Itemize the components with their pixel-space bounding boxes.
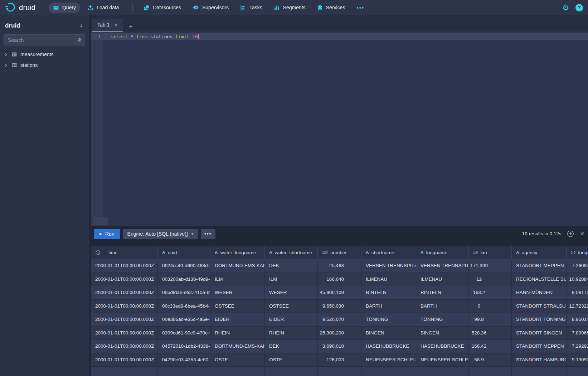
nav-item-segments[interactable]: Segments <box>269 3 310 13</box>
nav-item-[interactable]: ••• <box>352 3 369 13</box>
table-cell-longitude[interactable] <box>567 367 588 376</box>
close-results-icon[interactable]: ✕ <box>580 231 584 237</box>
table-cell-shortname[interactable]: VERSEN TRENNSPITZE <box>361 259 416 273</box>
close-icon[interactable]: ✕ <box>114 22 118 28</box>
table-cell-longitude[interactable]: 12.723226 <box>567 300 588 313</box>
table-cell-shortname[interactable]: TÖNNING <box>361 313 416 326</box>
table-cell-number[interactable] <box>318 367 361 376</box>
run-button[interactable]: ▶ Run <box>94 229 120 239</box>
table-cell-uuid[interactable]: 00c33ed9-6bea-45b4-87 <box>158 300 210 313</box>
table-cell-time[interactable]: 2000-01-01T00:00:00.000Z <box>91 353 158 367</box>
table-cell-longitude[interactable]: 9.130902 <box>567 353 588 367</box>
table-cell-uuid[interactable] <box>158 367 210 376</box>
table-cell-longname[interactable]: BARTH <box>416 300 469 313</box>
nav-item-tasks[interactable]: Tasks <box>236 3 267 13</box>
table-cell-shortname[interactable]: NEUENSEER SCHLEUSEN <box>361 353 416 367</box>
column-header-longname[interactable]: Alongname <box>416 246 469 259</box>
table-cell-water_longname[interactable]: OSTSEE <box>210 300 265 313</box>
table-cell-number[interactable]: 9,650,030 <box>318 300 361 313</box>
table-cell-agency[interactable]: STANDORT BINGEN <box>512 327 567 340</box>
table-cell-km[interactable]: 528.36 <box>469 327 512 340</box>
druid-brand[interactable]: druid <box>5 2 35 13</box>
table-cell-agency[interactable]: STANDORT MEPPEN <box>512 259 567 273</box>
nav-item-load-data[interactable]: Load data <box>83 3 123 13</box>
table-cell-agency[interactable]: STANDORT MEPPEN <box>512 340 567 353</box>
search-input[interactable] <box>4 34 85 45</box>
schema-selector[interactable]: druid <box>0 15 89 34</box>
table-cell-km[interactable]: 12 <box>469 273 512 286</box>
filter-icon[interactable] <box>77 37 82 43</box>
table-cell-km[interactable]: 166.42 <box>469 340 512 353</box>
table-cell-longitude[interactable]: 7.899667 <box>567 327 588 340</box>
column-header-water_longname[interactable]: Awater_longname <box>210 246 265 259</box>
table-cell-shortname[interactable]: HASEHUBBRÜCKE <box>361 340 416 353</box>
table-cell-uuid[interactable]: 00e386ac-e35c-4a6e-80 <box>158 313 210 326</box>
table-cell-longname[interactable] <box>416 367 469 376</box>
download-icon[interactable] <box>567 230 574 237</box>
table-cell-number[interactable]: 126,003 <box>318 353 361 367</box>
table-cell-water_shortname[interactable]: OSTE <box>265 353 318 367</box>
table-cell-uuid[interactable]: 04572010-1db2-4338-85 <box>158 340 210 353</box>
table-cell-time[interactable] <box>91 367 158 376</box>
table-cell-km[interactable]: 58.9 <box>469 353 512 367</box>
table-cell-longitude[interactable]: 9.081704 <box>567 286 588 299</box>
table-cell-km[interactable]: 0 <box>469 300 512 313</box>
table-cell-water_shortname[interactable]: ILM <box>265 273 318 286</box>
sql-code-line[interactable]: select * from stations limit 10 <box>111 33 199 40</box>
table-cell-shortname[interactable]: BARTH <box>361 300 416 313</box>
table-cell-longname[interactable]: ILMENAU <box>416 273 469 286</box>
table-cell-number[interactable]: 9,520,070 <box>318 313 361 326</box>
table-cell-longname[interactable]: BINGEN <box>416 327 469 340</box>
table-cell-uuid[interactable]: 0024cc40-d690-468d-84 <box>158 259 210 273</box>
plus-icon[interactable]: + <box>128 23 133 30</box>
table-cell-water_longname[interactable]: EIDER <box>210 313 265 326</box>
table-cell-longitude[interactable]: 7.260856 <box>567 259 588 273</box>
help-icon[interactable]: ? <box>575 4 583 11</box>
table-cell-water_shortname[interactable]: WESER <box>265 286 318 299</box>
table-cell-water_shortname[interactable]: DEK <box>265 340 318 353</box>
table-cell-water_shortname[interactable]: OSTSEE <box>265 300 318 313</box>
table-cell-number[interactable]: 25,463 <box>318 259 361 273</box>
table-cell-time[interactable]: 2000-01-01T00:00:00.000Z <box>91 340 158 353</box>
table-cell-time[interactable]: 2000-01-01T00:00:00.000Z <box>91 300 158 313</box>
table-cell-km[interactable]: 99.8 <box>469 313 512 326</box>
table-cell-longname[interactable]: NEUENSEER SCHLEUSEN <box>416 353 469 367</box>
table-cell-water_shortname[interactable]: EIDER <box>265 313 318 326</box>
table-cell-km[interactable]: 163.2 <box>469 286 512 299</box>
table-cell-water_longname[interactable]: WESER <box>210 286 265 299</box>
nav-item-services[interactable]: Services <box>313 3 350 13</box>
table-cell-agency[interactable]: STANDORT STRALSUND <box>512 300 567 313</box>
table-cell-km[interactable]: 171.309 <box>469 259 512 273</box>
table-cell-water_longname[interactable] <box>210 367 265 376</box>
tree-item-stations[interactable]: stations <box>0 60 89 71</box>
table-cell-number[interactable]: 25,300,200 <box>318 327 361 340</box>
table-cell-shortname[interactable]: RINTELN <box>361 286 416 299</box>
table-cell-water_longname[interactable]: OSTE <box>210 353 265 367</box>
table-cell-longname[interactable]: TÖNNING <box>416 313 469 326</box>
table-cell-water_shortname[interactable] <box>265 367 318 376</box>
table-cell-water_shortname[interactable]: RHEIN <box>265 327 318 340</box>
table-cell-longname[interactable]: HASEHUBBRÜCKE <box>416 340 469 353</box>
scrollbar-thumb[interactable] <box>93 217 108 225</box>
column-header-water_shortname[interactable]: Awater_shortname <box>265 246 318 259</box>
table-cell-water_longname[interactable]: DORTMUND-EMS-KANAL <box>210 340 265 353</box>
table-cell-km[interactable] <box>469 367 512 376</box>
table-cell-shortname[interactable]: ILMENAU <box>361 273 416 286</box>
table-cell-shortname[interactable] <box>361 367 416 376</box>
table-cell-time[interactable]: 2000-01-01T00:00:00.000Z <box>91 286 158 299</box>
table-cell-uuid[interactable]: 04790e03-4353-4e80-be <box>158 353 210 367</box>
table-cell-agency[interactable]: STANDORT TÖNNING <box>512 313 567 326</box>
table-cell-time[interactable]: 2000-01-01T00:00:00.000Z <box>91 313 158 326</box>
table-cell-uuid[interactable]: 005dfdae-efcc-410a-bf1 <box>158 286 210 299</box>
column-header-longitude[interactable]: 1.0longitude <box>567 246 588 259</box>
table-cell-agency[interactable]: HANN-MÜNDEN <box>512 286 567 299</box>
column-header-agency[interactable]: Aagency <box>512 246 567 259</box>
nav-item-supervisors[interactable]: Supervisors <box>188 2 233 13</box>
table-cell-longname[interactable]: RINTELN <box>416 286 469 299</box>
table-cell-water_longname[interactable]: ILM <box>210 273 265 286</box>
chevron-right-icon[interactable] <box>4 52 8 57</box>
column-header-uuid[interactable]: Auuid <box>158 246 210 259</box>
table-cell-time[interactable]: 2000-01-01T00:00:00.000Z <box>91 273 158 286</box>
nav-item-datasources[interactable]: Datasources <box>139 3 185 13</box>
column-header-number[interactable]: 123number <box>318 246 361 259</box>
